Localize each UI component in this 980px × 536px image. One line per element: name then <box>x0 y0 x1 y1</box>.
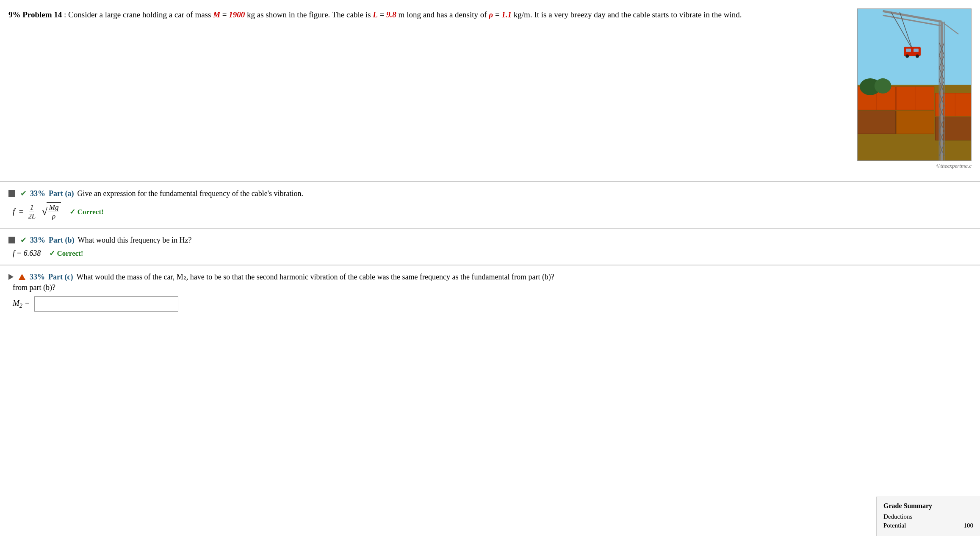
equals-sign: = <box>17 207 25 216</box>
part-c-title: Part (c) <box>48 273 73 282</box>
deductions-label: Deductions <box>883 513 912 520</box>
part-b-correct: ✓ Correct! <box>49 249 83 258</box>
svg-point-39 <box>905 55 909 58</box>
part-a-title: Part (a) <box>49 189 74 198</box>
problem-label: Problem <box>22 10 54 19</box>
grade-summary-title: Grade Summary <box>883 502 973 510</box>
problem-L-value: 9.8 <box>386 10 396 19</box>
expand-icon-c[interactable] <box>8 274 14 280</box>
part-b-title: Part (b) <box>49 236 74 245</box>
problem-rho-equals: = <box>495 10 501 19</box>
warning-icon-c <box>19 274 25 280</box>
part-b-section: ✔ 33% Part (b) What would this frequency… <box>0 229 980 265</box>
problem-equals: = <box>222 10 229 19</box>
part-a-label: 33% <box>30 189 45 198</box>
problem-rho-label: ρ <box>489 10 493 19</box>
svg-rect-38 <box>914 49 919 52</box>
problem-section: 9% Problem 14 : Consider a large crane h… <box>0 0 980 182</box>
problem-M-value: 1900 <box>229 10 245 19</box>
deductions-row: Deductions <box>883 513 973 520</box>
part-b-question: What would this frequency be in Hz? <box>78 236 191 245</box>
m2-label: M2 = <box>13 298 30 309</box>
part-a-correct: ✓ Correct! <box>69 207 103 216</box>
svg-point-40 <box>916 55 919 58</box>
part-b-label: 33% <box>30 236 45 245</box>
part-c-header: 33% Part (c) What would the mass of the … <box>8 272 972 282</box>
problem-M-label: M <box>213 10 220 19</box>
part-c-section: 33% Part (c) What would the mass of the … <box>0 265 980 318</box>
part-b-header: ✔ 33% Part (b) What would this frequency… <box>8 235 972 245</box>
problem-L-unit: m long and has a density of <box>399 10 489 19</box>
problem-header: 9% Problem 14 : Consider a large crane h… <box>8 8 840 21</box>
problem-text: 9% Problem 14 : Consider a large crane h… <box>8 8 853 177</box>
sqrt-content-a: Mg ρ <box>47 202 61 221</box>
potential-row: Potential 100 <box>883 522 973 529</box>
checkmark-icon-a: ✔ <box>20 189 27 198</box>
part-a-header: ✔ 33% Part (a) Give an expression for th… <box>8 189 972 198</box>
svg-point-43 <box>875 78 891 94</box>
part-b-formula: f = 6.638 <box>13 249 41 258</box>
part-b-answer: f = 6.638 ✓ Correct! <box>8 249 972 258</box>
problem-image-container: ©theexpertта.c <box>853 8 972 177</box>
part-c-question: What would the mass of the car, M₂, have… <box>76 272 554 282</box>
parts-container: ✔ 33% Part (a) Give an expression for th… <box>0 182 980 318</box>
part-c-question-cont: from part (b)? <box>8 283 972 292</box>
fraction-1-2L: 1 2L <box>27 203 36 221</box>
problem-rho-unit: kg/m. It is a very breezy day and the ca… <box>514 10 742 19</box>
collapse-icon-b[interactable] <box>8 237 15 243</box>
part-a-answer: f = 1 2L √ Mg ρ <box>8 202 972 221</box>
part-c-input-row: M2 = <box>8 296 972 312</box>
collapse-icon-a[interactable] <box>8 190 15 197</box>
part-a-formula: f = 1 2L √ Mg ρ <box>13 202 61 221</box>
potential-label: Potential <box>883 522 906 529</box>
problem-L-equals: = <box>380 10 386 19</box>
svg-rect-5 <box>896 111 934 134</box>
potential-value: 100 <box>964 522 974 529</box>
copyright-text: ©theexpertта.c <box>936 163 972 169</box>
fraction-Mg-rho: Mg ρ <box>48 203 60 221</box>
grade-summary-panel: Grade Summary Deductions Potential 100 <box>876 497 980 536</box>
problem-rho-value: 1.1 <box>501 10 512 19</box>
problem-L-label: L <box>373 10 378 19</box>
m2-input[interactable] <box>34 296 178 312</box>
svg-rect-37 <box>906 49 911 52</box>
svg-rect-4 <box>858 111 895 134</box>
main-container: 9% Problem 14 : Consider a large crane h… <box>0 0 980 318</box>
problem-number: 14 <box>54 10 62 19</box>
problem-colon: : <box>64 10 68 19</box>
problem-weight: 9% <box>8 10 21 19</box>
part-a-section: ✔ 33% Part (a) Give an expression for th… <box>0 182 980 229</box>
part-c-label: 33% <box>30 273 45 282</box>
problem-desc-prefix: Consider a large crane holding a car of … <box>68 10 213 19</box>
sqrt-wrapper-a: √ Mg ρ <box>42 202 61 221</box>
crane-image <box>857 8 972 161</box>
part-a-question: Give an expression for the fundamental f… <box>77 189 303 198</box>
problem-M-unit: kg as shown in the figure. The cable is <box>247 10 373 19</box>
checkmark-icon-b: ✔ <box>20 235 27 245</box>
